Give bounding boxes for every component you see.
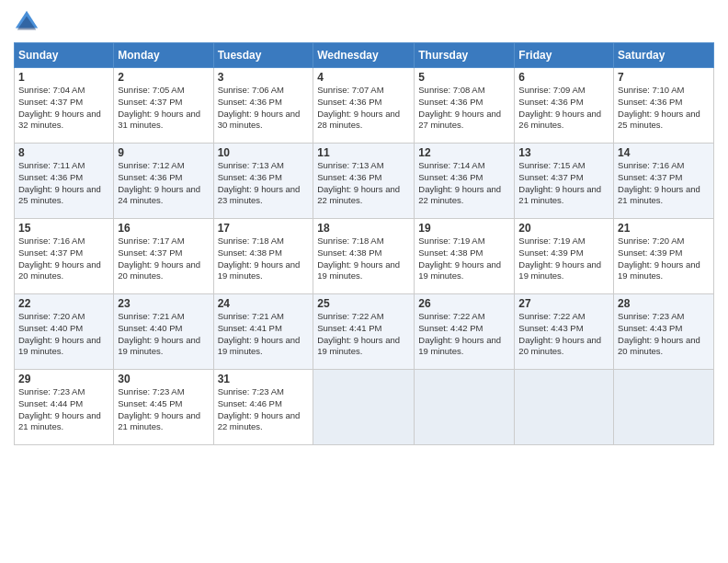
day-cell: 3 Sunrise: 7:06 AM Sunset: 4:36 PM Dayli… bbox=[213, 68, 313, 144]
day-cell: 29 Sunrise: 7:23 AM Sunset: 4:44 PM Dayl… bbox=[15, 370, 114, 445]
header-sunday: Sunday bbox=[15, 43, 114, 68]
logo bbox=[14, 9, 42, 35]
day-number: 27 bbox=[518, 297, 609, 310]
day-cell bbox=[313, 370, 415, 445]
day-info: Sunrise: 7:23 AM Sunset: 4:46 PM Dayligh… bbox=[218, 386, 301, 431]
day-cell: 31 Sunrise: 7:23 AM Sunset: 4:46 PM Dayl… bbox=[213, 370, 313, 445]
day-cell: 23 Sunrise: 7:21 AM Sunset: 4:40 PM Dayl… bbox=[114, 294, 213, 370]
day-info: Sunrise: 7:05 AM Sunset: 4:37 PM Dayligh… bbox=[118, 85, 200, 130]
day-number: 7 bbox=[618, 71, 710, 84]
day-number: 21 bbox=[618, 222, 710, 235]
day-cell: 26 Sunrise: 7:22 AM Sunset: 4:42 PM Dayl… bbox=[415, 294, 515, 370]
day-info: Sunrise: 7:12 AM Sunset: 4:36 PM Dayligh… bbox=[118, 160, 200, 205]
day-info: Sunrise: 7:08 AM Sunset: 4:36 PM Dayligh… bbox=[418, 85, 501, 130]
day-cell: 2 Sunrise: 7:05 AM Sunset: 4:37 PM Dayli… bbox=[114, 68, 213, 144]
day-info: Sunrise: 7:13 AM Sunset: 4:36 PM Dayligh… bbox=[317, 160, 400, 205]
day-cell: 10 Sunrise: 7:13 AM Sunset: 4:36 PM Dayl… bbox=[213, 144, 313, 219]
day-number: 5 bbox=[418, 71, 510, 84]
day-info: Sunrise: 7:15 AM Sunset: 4:37 PM Dayligh… bbox=[518, 160, 601, 205]
day-cell: 6 Sunrise: 7:09 AM Sunset: 4:36 PM Dayli… bbox=[515, 68, 614, 144]
calendar-body: 1 Sunrise: 7:04 AM Sunset: 4:37 PM Dayli… bbox=[15, 68, 714, 445]
day-number: 22 bbox=[18, 297, 109, 310]
day-info: Sunrise: 7:09 AM Sunset: 4:36 PM Dayligh… bbox=[518, 85, 601, 130]
day-cell: 13 Sunrise: 7:15 AM Sunset: 4:37 PM Dayl… bbox=[515, 144, 614, 219]
header-saturday: Saturday bbox=[614, 43, 714, 68]
day-number: 20 bbox=[518, 222, 609, 235]
day-info: Sunrise: 7:14 AM Sunset: 4:36 PM Dayligh… bbox=[418, 160, 501, 205]
day-cell: 14 Sunrise: 7:16 AM Sunset: 4:37 PM Dayl… bbox=[614, 144, 714, 219]
day-number: 12 bbox=[418, 146, 510, 159]
logo-icon bbox=[14, 9, 40, 35]
day-info: Sunrise: 7:10 AM Sunset: 4:36 PM Dayligh… bbox=[618, 85, 700, 130]
day-cell: 20 Sunrise: 7:19 AM Sunset: 4:39 PM Dayl… bbox=[515, 219, 614, 294]
day-number: 10 bbox=[218, 146, 310, 159]
day-cell bbox=[515, 370, 614, 445]
day-number: 25 bbox=[317, 297, 410, 310]
day-number: 24 bbox=[218, 297, 310, 310]
day-cell: 18 Sunrise: 7:18 AM Sunset: 4:38 PM Dayl… bbox=[313, 219, 415, 294]
day-info: Sunrise: 7:18 AM Sunset: 4:38 PM Dayligh… bbox=[317, 236, 400, 281]
header bbox=[14, 9, 714, 35]
day-number: 18 bbox=[317, 222, 410, 235]
day-number: 14 bbox=[618, 146, 710, 159]
day-info: Sunrise: 7:07 AM Sunset: 4:36 PM Dayligh… bbox=[317, 85, 400, 130]
day-number: 11 bbox=[317, 146, 410, 159]
day-info: Sunrise: 7:22 AM Sunset: 4:42 PM Dayligh… bbox=[418, 311, 501, 356]
calendar-table: SundayMondayTuesdayWednesdayThursdayFrid… bbox=[14, 42, 714, 445]
day-info: Sunrise: 7:20 AM Sunset: 4:40 PM Dayligh… bbox=[18, 311, 101, 356]
day-cell: 7 Sunrise: 7:10 AM Sunset: 4:36 PM Dayli… bbox=[614, 68, 714, 144]
day-cell: 16 Sunrise: 7:17 AM Sunset: 4:37 PM Dayl… bbox=[114, 219, 213, 294]
day-info: Sunrise: 7:06 AM Sunset: 4:36 PM Dayligh… bbox=[218, 85, 301, 130]
page: SundayMondayTuesdayWednesdayThursdayFrid… bbox=[0, 0, 728, 563]
week-row-4: 22 Sunrise: 7:20 AM Sunset: 4:40 PM Dayl… bbox=[15, 294, 714, 370]
day-number: 17 bbox=[218, 222, 310, 235]
day-number: 15 bbox=[18, 222, 109, 235]
day-cell: 27 Sunrise: 7:22 AM Sunset: 4:43 PM Dayl… bbox=[515, 294, 614, 370]
day-cell: 15 Sunrise: 7:16 AM Sunset: 4:37 PM Dayl… bbox=[15, 219, 114, 294]
day-info: Sunrise: 7:21 AM Sunset: 4:40 PM Dayligh… bbox=[118, 311, 200, 356]
day-number: 4 bbox=[317, 71, 410, 84]
day-info: Sunrise: 7:04 AM Sunset: 4:37 PM Dayligh… bbox=[18, 85, 101, 130]
day-info: Sunrise: 7:22 AM Sunset: 4:43 PM Dayligh… bbox=[518, 311, 601, 356]
day-cell: 24 Sunrise: 7:21 AM Sunset: 4:41 PM Dayl… bbox=[213, 294, 313, 370]
day-cell: 28 Sunrise: 7:23 AM Sunset: 4:43 PM Dayl… bbox=[614, 294, 714, 370]
day-cell bbox=[415, 370, 515, 445]
day-info: Sunrise: 7:23 AM Sunset: 4:45 PM Dayligh… bbox=[118, 386, 200, 431]
day-cell: 11 Sunrise: 7:13 AM Sunset: 4:36 PM Dayl… bbox=[313, 144, 415, 219]
day-info: Sunrise: 7:22 AM Sunset: 4:41 PM Dayligh… bbox=[317, 311, 400, 356]
day-info: Sunrise: 7:19 AM Sunset: 4:39 PM Dayligh… bbox=[518, 236, 601, 281]
day-info: Sunrise: 7:18 AM Sunset: 4:38 PM Dayligh… bbox=[218, 236, 301, 281]
day-cell: 8 Sunrise: 7:11 AM Sunset: 4:36 PM Dayli… bbox=[15, 144, 114, 219]
day-number: 2 bbox=[118, 71, 209, 84]
day-number: 29 bbox=[18, 373, 109, 385]
day-number: 26 bbox=[418, 297, 510, 310]
day-number: 16 bbox=[118, 222, 209, 235]
day-cell: 19 Sunrise: 7:19 AM Sunset: 4:38 PM Dayl… bbox=[415, 219, 515, 294]
day-cell: 12 Sunrise: 7:14 AM Sunset: 4:36 PM Dayl… bbox=[415, 144, 515, 219]
header-friday: Friday bbox=[515, 43, 614, 68]
day-number: 6 bbox=[518, 71, 609, 84]
calendar-header-row: SundayMondayTuesdayWednesdayThursdayFrid… bbox=[15, 43, 714, 68]
day-number: 3 bbox=[218, 71, 310, 84]
week-row-2: 8 Sunrise: 7:11 AM Sunset: 4:36 PM Dayli… bbox=[15, 144, 714, 219]
day-info: Sunrise: 7:23 AM Sunset: 4:44 PM Dayligh… bbox=[18, 386, 101, 431]
day-number: 13 bbox=[518, 146, 609, 159]
day-info: Sunrise: 7:13 AM Sunset: 4:36 PM Dayligh… bbox=[218, 160, 301, 205]
header-thursday: Thursday bbox=[415, 43, 515, 68]
day-number: 8 bbox=[18, 146, 109, 159]
day-number: 30 bbox=[118, 373, 209, 385]
header-tuesday: Tuesday bbox=[213, 43, 313, 68]
day-number: 19 bbox=[418, 222, 510, 235]
day-cell bbox=[614, 370, 714, 445]
day-cell: 22 Sunrise: 7:20 AM Sunset: 4:40 PM Dayl… bbox=[15, 294, 114, 370]
day-info: Sunrise: 7:16 AM Sunset: 4:37 PM Dayligh… bbox=[618, 160, 700, 205]
week-row-3: 15 Sunrise: 7:16 AM Sunset: 4:37 PM Dayl… bbox=[15, 219, 714, 294]
day-info: Sunrise: 7:23 AM Sunset: 4:43 PM Dayligh… bbox=[618, 311, 700, 356]
day-number: 23 bbox=[118, 297, 209, 310]
week-row-1: 1 Sunrise: 7:04 AM Sunset: 4:37 PM Dayli… bbox=[15, 68, 714, 144]
day-cell: 21 Sunrise: 7:20 AM Sunset: 4:39 PM Dayl… bbox=[614, 219, 714, 294]
day-cell: 4 Sunrise: 7:07 AM Sunset: 4:36 PM Dayli… bbox=[313, 68, 415, 144]
day-info: Sunrise: 7:16 AM Sunset: 4:37 PM Dayligh… bbox=[18, 236, 101, 281]
day-number: 9 bbox=[118, 146, 209, 159]
day-number: 28 bbox=[618, 297, 710, 310]
